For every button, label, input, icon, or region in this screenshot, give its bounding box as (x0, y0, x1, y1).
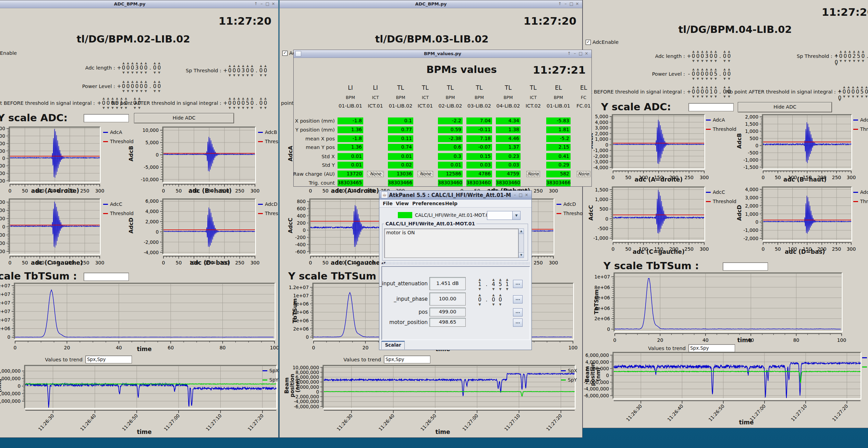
svg-text:4,000: 4,000 (0, 126, 5, 131)
svg-text:2,000: 2,000 (745, 203, 758, 209)
legend-label: Threshold (265, 211, 279, 216)
y-scale-adc-input[interactable] (84, 114, 129, 122)
bpm-none-cell: None (367, 171, 384, 177)
sp_threshold-spinner[interactable]: ▲▲▲▲▲▲ ▲▲+000300.00 ▼▼▼▼▼▼ ▼▼ (223, 64, 268, 77)
svg-text:300: 300 (250, 188, 260, 194)
shade-button[interactable]: ↑ (253, 1, 259, 6)
minimize-button[interactable]: – (563, 1, 569, 6)
svg-text:0: 0 (312, 345, 315, 350)
svg-text:300: 300 (549, 188, 558, 194)
close-button[interactable]: × (270, 1, 276, 6)
svg-text:2,000: 2,000 (0, 208, 5, 213)
adc-enable-checkbox[interactable]: ✓ (586, 40, 591, 45)
svg-text:1e+07: 1e+07 (595, 274, 610, 279)
close-button[interactable]: × (574, 1, 580, 6)
atk-titlebar[interactable]: ☕AtkPanel 5.5 : CALC/LI_HFI/Write_Att.01… (379, 191, 531, 200)
atk-menubar: FileViewPreferencesHelp (379, 200, 531, 208)
window-titlebar[interactable]: BPM_values.py↑–□× (294, 50, 591, 58)
input_attenuation-wheel[interactable]: ▲ ▲ ▲ ▲1 . 4 5 1▼ ▼ ▼ ▼ (478, 278, 509, 291)
svg-text:1,500: 1,500 (745, 121, 758, 127)
hide-adc-button[interactable]: Hide ADC (738, 102, 832, 112)
bpm-value-cell: 4759 (496, 171, 521, 177)
motor_position-options-button[interactable]: ... (513, 319, 523, 327)
adcA-y-axis-label: AdcA (288, 140, 294, 167)
svg-text:1.5e+07: 1.5e+07 (0, 309, 10, 314)
maximize-button[interactable]: □ (569, 1, 574, 6)
svg-text:5,000: 5,000 (595, 114, 608, 119)
tbtsum-y-axis-label: TbTSum (594, 288, 600, 315)
bpm-value-cell: 0.23 (496, 153, 521, 160)
legend-dash-icon (557, 204, 561, 205)
status-scrollbar[interactable]: ▲▼ (518, 228, 524, 258)
bpm-value-cell: 1.81 (546, 126, 571, 133)
input_phase-options-button[interactable]: ... (513, 295, 523, 303)
power_level-spinner[interactable]: ▲▲▲▲▲▲ ▲▲-000005.00 ▼▼▼▼▼▼ ▼▼ (687, 67, 731, 80)
shade-button[interactable]: ↑ (506, 192, 512, 197)
pos-options-button[interactable]: ... (513, 308, 523, 316)
close-button[interactable]: × (584, 51, 589, 56)
svg-text:11:26:30: 11:26:30 (37, 413, 55, 432)
legend-dash-icon (862, 357, 867, 358)
tbtsum-x-axis-label: time (124, 346, 165, 352)
legend-label: Threshold (265, 139, 279, 144)
svg-text:0: 0 (9, 260, 12, 265)
split-divider[interactable]: ▲▼ (381, 262, 530, 265)
y-scale-adc-input[interactable] (688, 103, 734, 111)
shade-button[interactable]: ↑ (557, 1, 563, 6)
scalar-tab[interactable]: Scalar (381, 341, 405, 349)
device-combo-box[interactable] (487, 211, 513, 220)
legend-label: Threshold (563, 211, 583, 216)
chart-adca: 5,0004,0003,0002,0001,0000-1,000-2,000-3… (586, 112, 708, 183)
adc-window-bpm04: ADC_BPM.py↑–□×11:27:20tl/DG/BPM.04-LIB.0… (583, 0, 868, 428)
bpm-value-cell: -0.07 (466, 144, 492, 151)
y-scale-tbtsum-input[interactable] (84, 273, 129, 281)
svg-text:20: 20 (657, 337, 663, 343)
minimize-button[interactable]: – (512, 192, 518, 197)
svg-text:0: 0 (306, 334, 309, 340)
adc-enable-checkbox[interactable]: ✓ (282, 51, 288, 56)
y-scale-adc-heading: Y scale ADC: (601, 101, 671, 113)
bpm-value-cell: 0.41 (546, 153, 571, 160)
shade-button[interactable]: ↑ (566, 51, 572, 56)
column-group-header: TL (434, 84, 467, 91)
window-titlebar[interactable]: ADC_BPM.py↑–□× (280, 0, 582, 8)
menu-help[interactable]: Help (445, 201, 457, 206)
bpm-row-label: mean X pos (293, 136, 335, 141)
trend-x-axis-label: time (124, 428, 165, 435)
column-group-header: EL (542, 84, 575, 91)
close-button[interactable]: × (524, 192, 529, 197)
chart-legend: SpXSpY (262, 368, 279, 386)
menu-view[interactable]: View (396, 201, 409, 206)
svg-text:0: 0 (309, 188, 312, 194)
chart-adcc: 3,0002,0001,0000-1,000-2,000-3,000050100… (0, 196, 103, 268)
minimize-button[interactable]: – (259, 1, 265, 6)
bpm-value-cell: 4.46 (496, 135, 521, 142)
input_attenuation-value: 1.451 dB (429, 277, 466, 290)
input_attenuation-options-button[interactable]: ... (513, 280, 523, 288)
device-status-textarea[interactable]: motor is ON (384, 228, 518, 258)
sp_threshold-spinner[interactable]: ▲▲▲▲▲▲ ▲▲+000250.00 ▼▼▼▼▼▼ ▼▼ (834, 50, 868, 63)
scroll-up-button[interactable]: ▲ (519, 229, 524, 234)
y-scale-tbtsum-input[interactable] (723, 262, 768, 271)
svg-text:0: 0 (607, 326, 610, 332)
values-to-trend-input[interactable]: Spx,Spy (384, 356, 430, 363)
input_phase-wheel[interactable]: ▲ ▲ ▲0 . 0 0▼ ▼ ▼ (478, 293, 502, 306)
bpm-value-cell: -1.8 (338, 135, 363, 142)
menu-preferences[interactable]: Preferences (412, 201, 445, 206)
combo-dropdown-button[interactable]: ▼ (512, 211, 521, 220)
scroll-down-button[interactable]: ▼ (519, 252, 524, 258)
legend-dash-icon (853, 201, 858, 202)
nb_after-spinner[interactable]: ▲▲▲▲▲▲ ▲▲+000050.00 ▼▼▼▼▼▼ ▼▼ (838, 85, 868, 98)
bpm-value-cell: 0.11 (388, 135, 413, 142)
nb_after-spinner[interactable]: ▲▲▲▲▲▲ ▲▲+000050.00 ▼▼▼▼▼▼ ▼▼ (223, 97, 268, 110)
values-to-trend-input[interactable]: Spx,Spy (85, 356, 132, 363)
minimize-button[interactable]: – (572, 51, 578, 56)
window-titlebar[interactable]: ADC_BPM.py↑–□× (0, 0, 278, 8)
maximize-button[interactable]: □ (518, 192, 524, 197)
legend-dash-icon (103, 204, 108, 205)
power_level-spinner[interactable]: ▲▲▲▲▲▲ ▲▲+000000.00 ▼▼▼▼▼▼ ▼▼ (117, 80, 161, 93)
maximize-button[interactable]: □ (265, 1, 270, 6)
hide-adc-button[interactable]: Hide ADC (134, 113, 234, 123)
maximize-button[interactable]: □ (578, 51, 584, 56)
menu-file[interactable]: File (383, 201, 393, 206)
